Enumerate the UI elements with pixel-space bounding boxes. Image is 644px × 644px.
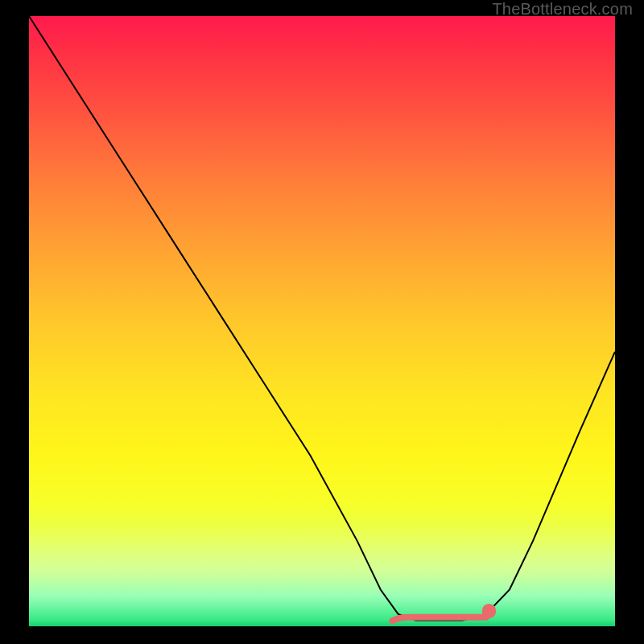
chart-frame [11, 11, 633, 633]
chart-svg [29, 16, 615, 626]
plot-area [29, 16, 615, 626]
bottleneck-curve-path [29, 16, 615, 620]
optimal-zone-marker [392, 604, 496, 621]
optimal-zone-line [392, 617, 485, 621]
watermark-text: TheBottleneck.com [492, 0, 633, 19]
optimal-zone-end-dot [482, 604, 496, 618]
